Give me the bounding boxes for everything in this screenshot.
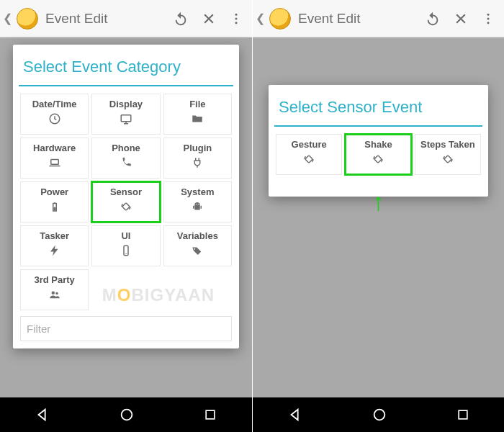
cell-label: 3rd Party	[34, 274, 74, 285]
nav-back-icon[interactable]	[287, 407, 303, 423]
sensor-event-gesture[interactable]: Gesture	[276, 134, 342, 175]
category-hardware[interactable]: Hardware	[20, 138, 89, 179]
screenshot-right: ❮ Event Edit Select Sensor Event Gesture…	[252, 0, 504, 432]
category-variables[interactable]: Variables	[163, 225, 232, 266]
cell-label: Plugin	[183, 143, 212, 153]
screen-content: Select Event Category Date/TimeDisplayFi…	[0, 37, 252, 397]
nav-back-icon[interactable]	[35, 407, 50, 423]
cell-label: Steps Taken	[420, 139, 475, 150]
dialog-divider	[274, 125, 482, 127]
sensor-event-grid: GestureShakeSteps Taken	[276, 134, 481, 175]
tags-icon	[191, 244, 204, 260]
nav-home-icon[interactable]	[372, 407, 387, 423]
app-bar: ❮ Event Edit	[0, 0, 252, 37]
dialog-divider	[19, 85, 233, 86]
sensor-event-shake[interactable]: Shake	[345, 134, 411, 175]
undo-icon[interactable]	[168, 6, 193, 31]
back-chevron-icon[interactable]: ❮	[256, 12, 265, 25]
dialog-title: Select Sensor Event	[276, 94, 481, 125]
highlight-arrow-icon: ↑	[372, 189, 384, 214]
android-icon	[191, 200, 204, 216]
cell-label: UI	[121, 230, 130, 241]
category-file[interactable]: File	[163, 94, 232, 135]
laptop-icon	[48, 156, 61, 172]
bolt-icon	[48, 244, 61, 260]
android-navbar	[253, 397, 504, 432]
cell-label: Hardware	[33, 143, 76, 153]
back-chevron-icon[interactable]: ❮	[3, 12, 12, 25]
cell-label: System	[181, 186, 214, 197]
phone-outline-icon	[120, 244, 132, 260]
clock-icon	[48, 112, 61, 128]
category-tasker[interactable]: Tasker	[20, 225, 89, 266]
nav-recent-icon[interactable]	[456, 408, 470, 422]
screen-content: Select Sensor Event GestureShakeSteps Ta…	[253, 37, 504, 397]
cell-label: Display	[109, 99, 143, 109]
screenshot-left: ❮ Event Edit Select Event Category Date/…	[0, 0, 252, 432]
battery-icon	[48, 200, 61, 216]
category-3rd-party[interactable]: 3rd Party	[20, 269, 89, 310]
monitor-icon	[120, 112, 132, 128]
category-grid: Date/TimeDisplayFileHardwarePhonePluginP…	[20, 94, 232, 310]
cell-label: Sensor	[110, 186, 142, 197]
app-bar: ❮ Event Edit	[253, 0, 504, 37]
category-ui[interactable]: UI	[91, 225, 160, 266]
nav-home-icon[interactable]	[119, 407, 135, 423]
cell-label: Shake	[364, 139, 392, 150]
sensor-event-steps-taken[interactable]: Steps Taken	[415, 134, 481, 175]
tasker-app-icon	[269, 8, 291, 30]
rotation-icon	[120, 200, 132, 216]
cell-label: Variables	[177, 230, 218, 241]
dialog-title: Select Event Category	[20, 53, 232, 85]
folder-icon	[191, 112, 204, 128]
phone-icon	[120, 156, 132, 172]
rotation-icon	[372, 153, 384, 168]
nav-recent-icon[interactable]	[203, 408, 217, 422]
rotation-icon	[302, 153, 315, 168]
close-icon[interactable]	[197, 7, 220, 30]
cell-label: Power	[40, 186, 68, 197]
cell-label: File	[189, 99, 205, 109]
more-icon[interactable]	[477, 7, 500, 30]
select-event-category-dialog: Select Event Category Date/TimeDisplayFi…	[13, 45, 239, 348]
tasker-app-icon	[17, 8, 38, 30]
undo-icon[interactable]	[420, 6, 445, 31]
cell-label: Tasker	[40, 230, 69, 241]
cell-label: Date/Time	[32, 99, 77, 109]
app-bar-title: Event Edit	[45, 11, 164, 27]
more-icon[interactable]	[225, 7, 248, 30]
category-date-time[interactable]: Date/Time	[20, 94, 89, 135]
android-navbar	[0, 397, 252, 432]
rotation-icon	[441, 153, 454, 168]
category-phone[interactable]: Phone	[91, 138, 160, 179]
people-icon	[48, 288, 61, 304]
category-plugin[interactable]: Plugin	[163, 138, 232, 179]
filter-input[interactable]: Filter	[20, 316, 232, 341]
select-sensor-event-dialog: Select Sensor Event GestureShakeSteps Ta…	[269, 85, 488, 197]
app-bar-title: Event Edit	[298, 11, 416, 27]
category-sensor[interactable]: Sensor	[91, 181, 160, 222]
close-icon[interactable]	[449, 7, 472, 30]
category-power[interactable]: Power	[20, 181, 89, 222]
cell-label: Gesture	[292, 139, 327, 150]
plug-icon	[191, 156, 204, 172]
category-system[interactable]: System	[163, 181, 232, 222]
cell-label: Phone	[112, 143, 140, 153]
category-display[interactable]: Display	[91, 94, 160, 135]
